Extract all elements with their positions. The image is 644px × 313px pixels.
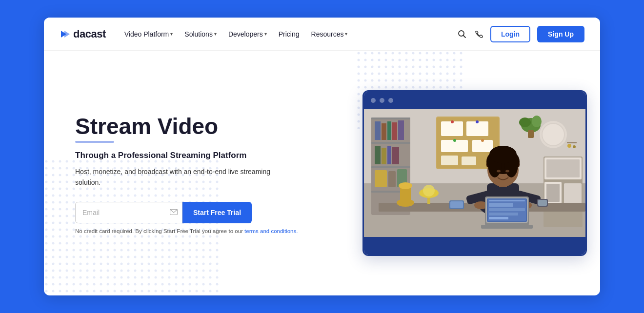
hero-description: Host, monetize, and broadcast with an en… xyxy=(75,166,270,188)
svg-rect-35 xyxy=(441,156,458,165)
browser-dot-3 xyxy=(388,98,393,103)
svg-rect-17 xyxy=(375,121,381,140)
svg-point-49 xyxy=(567,144,571,148)
hero-subtitle: Through a Professional Streaming Platfor… xyxy=(75,151,342,160)
svg-rect-31 xyxy=(441,121,463,136)
hero-right xyxy=(361,51,600,295)
svg-point-46 xyxy=(532,116,542,127)
nav-item-solutions[interactable]: Solutions ▾ xyxy=(180,27,221,41)
email-icon xyxy=(170,208,178,217)
navbar: dacast Video Platform ▾ Solutions ▾ Deve… xyxy=(44,18,600,51)
chevron-down-icon: ▾ xyxy=(214,31,217,37)
svg-rect-14 xyxy=(371,142,410,144)
svg-rect-24 xyxy=(387,146,391,164)
svg-point-37 xyxy=(451,120,454,123)
svg-rect-55 xyxy=(546,159,580,177)
svg-point-74 xyxy=(497,170,501,173)
svg-rect-13 xyxy=(371,117,410,119)
nav-links: Video Platform ▾ Solutions ▾ Developers … xyxy=(120,27,457,41)
nav-item-pricing[interactable]: Pricing xyxy=(274,27,304,41)
svg-rect-91 xyxy=(538,200,547,206)
title-underline xyxy=(75,141,114,143)
svg-rect-23 xyxy=(382,148,386,164)
hero-title: Stream Video xyxy=(75,114,342,148)
svg-point-40 xyxy=(481,139,484,142)
svg-rect-25 xyxy=(392,147,399,164)
search-icon[interactable] xyxy=(457,29,467,39)
svg-point-45 xyxy=(519,117,531,127)
svg-rect-47 xyxy=(528,130,534,138)
svg-rect-27 xyxy=(388,171,396,187)
svg-rect-21 xyxy=(398,120,404,140)
svg-rect-65 xyxy=(450,201,463,208)
login-button[interactable]: Login xyxy=(490,26,530,42)
email-input-wrap xyxy=(75,202,182,223)
browser-dot-2 xyxy=(380,98,384,103)
svg-point-75 xyxy=(505,170,509,173)
nav-item-video-platform[interactable]: Video Platform ▾ xyxy=(120,27,178,41)
svg-rect-86 xyxy=(489,208,525,211)
fine-print: No credit card required. By clicking Sta… xyxy=(75,228,342,234)
browser-content xyxy=(364,109,585,237)
logo-area[interactable]: dacast xyxy=(60,28,106,40)
browser-dot-1 xyxy=(371,98,376,103)
svg-rect-22 xyxy=(375,146,381,164)
svg-rect-54 xyxy=(564,183,582,204)
signup-button[interactable]: Sign Up xyxy=(537,26,584,42)
svg-rect-26 xyxy=(375,170,387,187)
browser-bar-top xyxy=(364,92,585,109)
svg-rect-89 xyxy=(481,225,533,229)
office-scene-svg xyxy=(364,109,585,237)
chevron-down-icon: ▾ xyxy=(264,31,267,37)
outer-frame: dacast Video Platform ▾ Solutions ▾ Deve… xyxy=(0,0,644,313)
logo-text: dacast xyxy=(73,28,106,40)
svg-rect-84 xyxy=(489,200,525,201)
svg-rect-15 xyxy=(371,166,410,168)
svg-point-43 xyxy=(543,124,564,145)
start-free-trial-button[interactable]: Start Free Trial xyxy=(182,202,252,223)
svg-rect-88 xyxy=(489,217,508,219)
svg-rect-85 xyxy=(489,203,513,207)
svg-point-38 xyxy=(476,120,479,123)
terms-link[interactable]: terms and conditions. xyxy=(244,228,298,234)
nav-right: Login Sign Up xyxy=(457,26,584,42)
svg-rect-18 xyxy=(382,123,386,140)
hero-section: Stream Video Through a Professional Stre… xyxy=(44,51,600,295)
hero-left: Stream Video Through a Professional Stre… xyxy=(44,51,361,295)
chevron-down-icon: ▾ xyxy=(170,31,173,37)
svg-rect-32 xyxy=(466,121,488,136)
video-browser xyxy=(362,90,587,256)
site-card: dacast Video Platform ▾ Solutions ▾ Deve… xyxy=(44,18,600,295)
nav-item-developers[interactable]: Developers ▾ xyxy=(223,27,272,41)
svg-point-73 xyxy=(489,146,517,163)
svg-point-60 xyxy=(399,182,412,189)
logo-icon xyxy=(60,29,70,39)
email-input[interactable] xyxy=(75,202,182,223)
svg-rect-56 xyxy=(546,184,560,202)
svg-rect-36 xyxy=(462,156,476,165)
phone-icon[interactable] xyxy=(474,29,483,39)
svg-point-39 xyxy=(453,139,456,142)
svg-point-50 xyxy=(573,145,576,148)
svg-rect-20 xyxy=(392,122,397,140)
svg-rect-87 xyxy=(489,213,518,215)
svg-line-3 xyxy=(463,35,466,38)
email-cta-row: Start Free Trial xyxy=(75,202,342,223)
svg-point-63 xyxy=(423,185,435,196)
chevron-down-icon: ▾ xyxy=(345,31,347,37)
svg-rect-19 xyxy=(387,121,391,140)
svg-rect-48 xyxy=(567,142,577,143)
svg-marker-1 xyxy=(64,31,70,38)
browser-bar-bottom xyxy=(364,237,585,254)
nav-item-resources[interactable]: Resources ▾ xyxy=(306,27,353,41)
